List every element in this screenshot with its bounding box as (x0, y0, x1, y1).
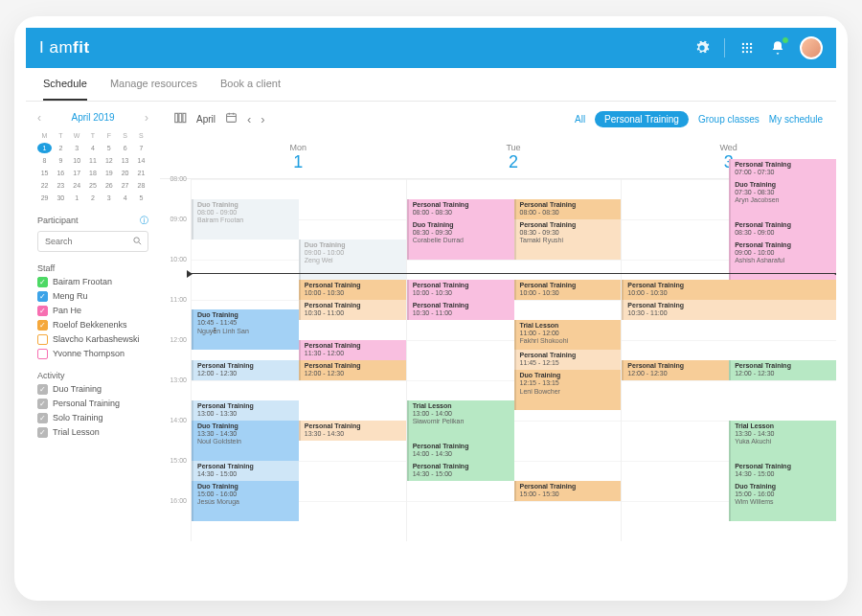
minical-next-icon[interactable]: › (145, 111, 148, 125)
minical-day[interactable]: 11 (85, 155, 100, 166)
minical-day[interactable]: 19 (102, 168, 116, 178)
calendar-event[interactable]: Personal Training12:00 - 12:30 (729, 360, 836, 380)
checkbox[interactable]: ✓ (37, 413, 48, 423)
calendar[interactable]: Mon1 Tue2 Wed3 08:0009:0010:0011:0012:00… (160, 137, 836, 589)
staff-item[interactable]: ✓Pan He (37, 306, 148, 316)
calendar-event[interactable]: Duo Training08:00 - 09:00Bairam Frootan (192, 199, 299, 240)
minical-day[interactable]: 9 (54, 155, 68, 166)
staff-item[interactable]: ✓Bairam Frootan (37, 277, 148, 287)
minical-day[interactable]: 23 (54, 180, 68, 191)
staff-item[interactable]: Yvonne Thompson (37, 349, 148, 359)
calendar-event[interactable]: Duo Training13:30 - 14:30Noul Goldstein (192, 421, 299, 461)
tab-book-client[interactable]: Book a client (220, 68, 281, 101)
calendar-event[interactable]: Duo Training10:45 - 11:45Nguyễn Linh San (192, 309, 299, 350)
toolbar-prev-icon[interactable]: ‹ (247, 112, 251, 126)
minical-day[interactable]: 26 (102, 180, 116, 191)
activity-item[interactable]: ✓Trial Lesson (37, 427, 148, 438)
calendar-event[interactable]: Duo Training12:15 - 13:15Leni Bowcher (514, 370, 622, 410)
minical-day[interactable]: 27 (118, 180, 132, 191)
calendar-event[interactable]: Personal Training12:00 - 12:30 (622, 360, 729, 380)
calendar-event[interactable]: Personal Training12:00 - 12:30 (192, 360, 299, 380)
info-icon[interactable]: ⓘ (140, 215, 148, 227)
minical-day[interactable]: 4 (118, 193, 132, 203)
calendar-event[interactable]: Personal Training14:00 - 14:30 (407, 441, 514, 461)
filter-group-classes[interactable]: Group classes (698, 114, 760, 125)
minical-day[interactable]: 7 (134, 143, 148, 153)
activity-item[interactable]: ✓Personal Training (37, 399, 148, 409)
day-column-tue[interactable]: Personal Training08:00 - 08:30Duo Traini… (406, 179, 622, 541)
minical-day[interactable]: 5 (102, 143, 116, 153)
minical-day[interactable]: 4 (85, 143, 100, 153)
minical-prev-icon[interactable]: ‹ (37, 111, 41, 125)
checkbox[interactable]: ✓ (37, 427, 48, 438)
minical-day[interactable]: 20 (118, 168, 132, 178)
activity-item[interactable]: ✓Solo Training (37, 413, 148, 423)
calendar-event[interactable]: Duo Training15:00 - 16:00Wim Willems (729, 481, 836, 521)
minical-day[interactable]: 16 (54, 168, 68, 178)
calendar-event[interactable]: Personal Training10:00 - 10:30 (407, 280, 514, 300)
calendar-event[interactable]: Personal Training07:00 - 07:30 (729, 159, 836, 179)
calendar-event[interactable]: Personal Training10:00 - 10:30 (299, 280, 406, 300)
calendar-event[interactable]: Personal Training12:00 - 12:30 (299, 360, 406, 380)
tab-manage-resources[interactable]: Manage resources (110, 68, 197, 101)
minical-day[interactable]: 3 (102, 193, 116, 203)
calendar-event[interactable]: Duo Training15:00 - 16:00Jesús Moruga (192, 481, 299, 521)
calendar-event[interactable]: Personal Training14:30 - 15:00 (192, 461, 299, 481)
calendar-event[interactable]: Personal Training14:30 - 15:00 (729, 461, 836, 481)
minical-day[interactable]: 24 (70, 180, 84, 191)
activity-item[interactable]: ✓Duo Training (37, 384, 148, 395)
minical-day[interactable]: 15 (37, 168, 52, 178)
minical-day[interactable]: 22 (37, 180, 52, 191)
filter-my-schedule[interactable]: My schedule (769, 114, 823, 125)
minical-day[interactable]: 6 (118, 143, 132, 153)
calendar-event[interactable]: Personal Training11:30 - 12:00 (299, 340, 406, 360)
view-columns-icon[interactable] (173, 111, 187, 127)
tab-schedule[interactable]: Schedule (43, 68, 87, 101)
minical-day[interactable]: 2 (54, 143, 68, 153)
minical-day[interactable]: 14 (134, 155, 148, 166)
calendar-event[interactable]: Duo Training07:30 - 08:30Aryn Jacobsen (729, 179, 836, 219)
checkbox[interactable]: ✓ (37, 306, 48, 316)
calendar-event[interactable]: Trial Lesson13:00 - 14:00Sławomir Pelika… (407, 400, 514, 441)
calendar-event[interactable]: Personal Training10:30 - 11:00 (407, 300, 514, 320)
calendar-event[interactable]: Personal Training13:30 - 14:30 (299, 421, 406, 441)
filter-personal-training[interactable]: Personal Training (595, 111, 689, 127)
calendar-event[interactable]: Personal Training15:00 - 15:30 (514, 481, 622, 501)
minical-day[interactable]: 21 (134, 168, 148, 178)
checkbox[interactable] (37, 349, 48, 359)
minical-day[interactable]: 13 (118, 155, 132, 166)
minical-day[interactable]: 8 (37, 155, 52, 166)
checkbox[interactable] (37, 334, 48, 345)
minical-day[interactable]: 25 (85, 180, 100, 191)
calendar-event[interactable]: Personal Training10:30 - 11:00 (622, 300, 836, 320)
checkbox[interactable]: ✓ (37, 320, 48, 331)
staff-item[interactable]: ✓Meng Ru (37, 291, 148, 302)
calendar-event[interactable]: Personal Training08:00 - 08:30 (514, 199, 622, 219)
mini-calendar[interactable]: MTWTFSS123456789101112131415161718192021… (37, 130, 148, 203)
minical-day[interactable]: 12 (102, 155, 116, 166)
calendar-event[interactable]: Personal Training14:30 - 15:00 (407, 461, 514, 481)
minical-day[interactable]: 30 (54, 193, 68, 203)
checkbox[interactable]: ✓ (37, 384, 48, 395)
calendar-event[interactable]: Personal Training08:30 - 09:30Tamaki Ryu… (514, 219, 622, 260)
minical-day[interactable]: 28 (134, 180, 148, 191)
calendar-icon[interactable] (225, 111, 238, 126)
minical-day[interactable]: 1 (37, 143, 52, 153)
toolbar-next-icon[interactable]: › (261, 112, 264, 126)
minical-day[interactable]: 29 (37, 193, 52, 203)
calendar-event[interactable]: Personal Training11:45 - 12:15 (514, 350, 622, 370)
calendar-event[interactable]: Personal Training13:00 - 13:30 (192, 400, 299, 421)
staff-item[interactable]: Slavcho Karbashewski (37, 334, 148, 345)
day-column-mon[interactable]: Duo Training08:00 - 09:00Bairam FrootanD… (191, 179, 406, 541)
apps-icon[interactable] (738, 39, 756, 57)
calendar-event[interactable]: Personal Training10:30 - 11:00 (299, 300, 406, 320)
gear-icon[interactable] (693, 39, 711, 57)
calendar-event[interactable]: Trial Lesson13:30 - 14:30Yuka Akuchi (729, 421, 836, 461)
calendar-event[interactable]: Personal Training08:30 - 09:00 (729, 219, 836, 240)
checkbox[interactable]: ✓ (37, 399, 48, 409)
minical-day[interactable]: 18 (85, 168, 100, 178)
avatar[interactable] (800, 36, 823, 59)
staff-item[interactable]: ✓Roelof Bekkenenks (37, 320, 148, 331)
minical-day[interactable]: 2 (85, 193, 100, 203)
minical-day[interactable]: 10 (70, 155, 84, 166)
